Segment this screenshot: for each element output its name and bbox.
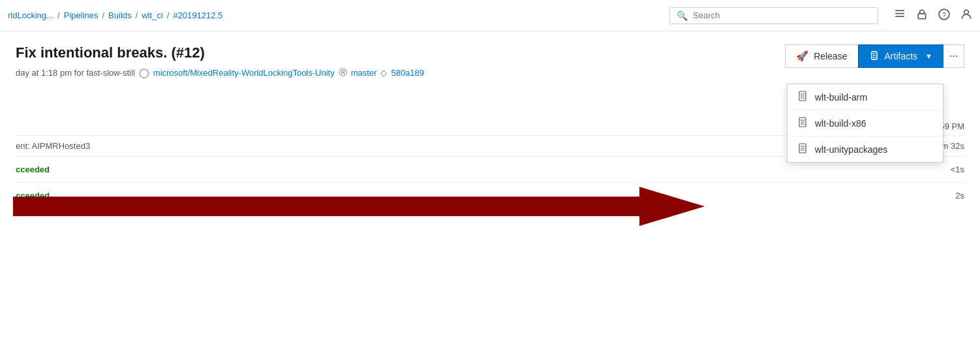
- branch-link[interactable]: master: [351, 68, 377, 78]
- github-icon: ◯: [139, 67, 149, 78]
- more-button[interactable]: ···: [943, 44, 964, 68]
- badge-icon[interactable]: [916, 8, 928, 22]
- breadcrumb-sep2: /: [102, 10, 104, 20]
- topbar-icons: ?: [894, 8, 972, 23]
- breadcrumb: rldLocking... / Pipelines / Builds / wlt…: [8, 10, 222, 20]
- svg-rect-3: [918, 14, 925, 19]
- artifacts-button[interactable]: Artifacts ▼: [858, 44, 943, 68]
- dropdown-item-arm[interactable]: wlt-build-arm: [788, 84, 943, 110]
- breadcrumb-sep4: /: [167, 10, 170, 20]
- svg-rect-2: [895, 16, 904, 17]
- status-1-label: cceeded: [16, 165, 50, 174]
- breadcrumb-org[interactable]: rldLocking...: [8, 10, 54, 20]
- topbar: rldLocking... / Pipelines / Builds / wlt…: [0, 0, 980, 31]
- dropdown-item-label-unity: wlt-unitypackages: [815, 144, 887, 155]
- build-meta: day at 1:18 pm for fast-slow-still ◯ mic…: [16, 67, 964, 78]
- duration-1-value: <1s: [951, 165, 964, 174]
- svg-point-6: [964, 10, 969, 14]
- breadcrumb-sep1: /: [57, 10, 60, 20]
- breadcrumb-pipelines[interactable]: Pipelines: [64, 10, 99, 20]
- search-icon: 🔍: [677, 10, 688, 21]
- rocket-icon: 🚀: [796, 50, 808, 62]
- svg-text:?: ?: [942, 12, 946, 19]
- status-row-2: cceeded 2s: [16, 182, 964, 208]
- artifact-item-icon-unity: [798, 143, 807, 155]
- user-icon[interactable]: [960, 8, 972, 22]
- agent-label: ent: AIPMRHosted3: [16, 141, 90, 151]
- status-2-label: cceeded: [16, 191, 50, 200]
- breadcrumb-builds[interactable]: Builds: [108, 10, 131, 20]
- breadcrumb-pipeline[interactable]: wlt_ci: [142, 10, 163, 20]
- artifact-item-icon-arm: [798, 91, 807, 103]
- artifacts-label: Artifacts: [885, 51, 918, 61]
- artifacts-dropdown: wlt-build-arm wlt-build-x86: [787, 84, 943, 163]
- dropdown-item-x86[interactable]: wlt-build-x86: [788, 110, 943, 136]
- breadcrumb-sep3: /: [136, 10, 138, 20]
- release-label: Release: [814, 51, 847, 61]
- dropdown-item-label-arm: wlt-build-arm: [815, 92, 867, 103]
- chevron-down-icon: ▼: [925, 52, 932, 60]
- artifact-item-icon-x86: [798, 117, 807, 129]
- svg-rect-1: [895, 13, 904, 14]
- repo-link[interactable]: microsoft/MixedReality-WorldLockingTools…: [153, 68, 335, 78]
- branch-icon: Ⓡ: [339, 67, 347, 78]
- list-icon[interactable]: [894, 8, 906, 23]
- artifact-icon: [869, 50, 880, 63]
- main-content: Fix intentional breaks. (#12) day at 1:1…: [0, 31, 980, 221]
- commit-icon: ◇: [380, 68, 387, 78]
- commit-link[interactable]: 580a189: [391, 68, 424, 78]
- release-button[interactable]: 🚀 Release: [785, 44, 857, 68]
- dropdown-item-unity[interactable]: wlt-unitypackages: [788, 136, 943, 162]
- search-input[interactable]: [693, 10, 871, 20]
- build-time: day at 1:18 pm for fast-slow-still: [16, 68, 135, 78]
- search-box: 🔍: [669, 7, 878, 24]
- dropdown-item-label-x86: wlt-build-x86: [815, 118, 866, 129]
- breadcrumb-build-num[interactable]: #20191212.5: [173, 10, 222, 20]
- action-area: 🚀 Release Artifacts ▼ ···: [785, 44, 964, 68]
- svg-rect-0: [895, 10, 904, 11]
- help-icon[interactable]: ?: [938, 8, 950, 22]
- duration-2-value: 2s: [955, 191, 964, 200]
